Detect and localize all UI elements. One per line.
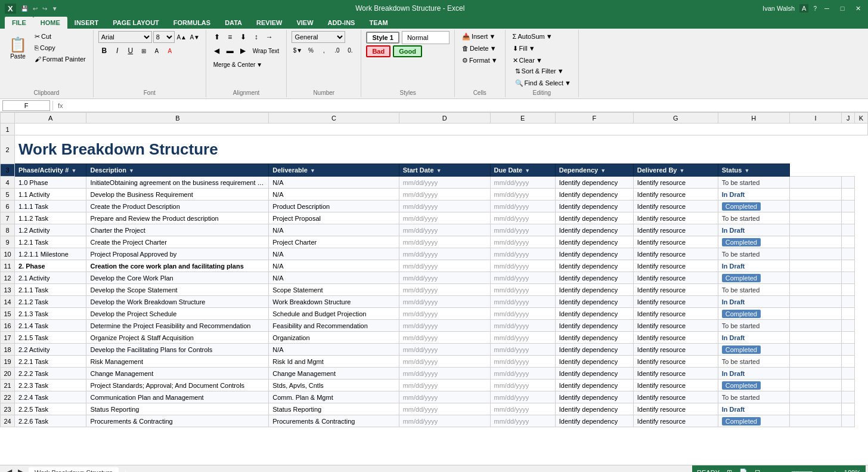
delivered-by-cell[interactable]: Identify resource bbox=[633, 391, 718, 403]
extra-cell-i[interactable] bbox=[789, 236, 841, 248]
phase-cell[interactable]: 2.1.1 Task bbox=[15, 284, 86, 296]
extra-cell-i[interactable] bbox=[789, 200, 841, 212]
deliverable-cell[interactable]: N/A bbox=[269, 248, 399, 260]
phase-cell[interactable]: 2.2.2 Task bbox=[15, 368, 86, 380]
extra-cell-i[interactable] bbox=[789, 356, 841, 368]
due-date-cell[interactable]: mm/dd/yyyy bbox=[490, 415, 555, 427]
due-date-cell[interactable]: mm/dd/yyyy bbox=[490, 189, 555, 200]
extra-cell-j[interactable] bbox=[842, 391, 855, 403]
start-date-cell[interactable]: mm/dd/yyyy bbox=[399, 403, 490, 415]
extra-cell-i[interactable] bbox=[789, 177, 841, 189]
bold-button[interactable]: B bbox=[98, 45, 110, 57]
start-date-cell[interactable]: mm/dd/yyyy bbox=[399, 380, 490, 391]
font-color-btn[interactable]: A bbox=[164, 45, 176, 57]
deliverable-cell[interactable]: Risk Id and Mgmt bbox=[269, 356, 399, 368]
status-cell[interactable]: Completed bbox=[718, 380, 789, 391]
extra-cell-i[interactable] bbox=[789, 415, 841, 427]
start-date-cell[interactable]: mm/dd/yyyy bbox=[399, 296, 490, 308]
extra-cell-i[interactable] bbox=[789, 248, 841, 260]
extra-cell-i[interactable] bbox=[789, 272, 841, 284]
desc-cell[interactable]: Determine the Project Feasibility and Re… bbox=[86, 320, 269, 332]
deliverable-cell[interactable]: Organization bbox=[269, 332, 399, 344]
status-cell[interactable]: In Draft bbox=[718, 224, 789, 236]
status-cell[interactable]: Completed bbox=[718, 200, 789, 212]
dependency-cell[interactable]: Identify dependency bbox=[555, 248, 633, 260]
extra-cell-i[interactable] bbox=[789, 224, 841, 236]
spreadsheet-container[interactable]: A B C D E F G H I J K 12Work Breakdown S… bbox=[0, 112, 868, 465]
clear-btn[interactable]: ✕ Clear▼ bbox=[510, 55, 555, 66]
format-painter-button[interactable]: 🖌 Format Painter bbox=[32, 54, 88, 64]
start-date-cell[interactable]: mm/dd/yyyy bbox=[399, 332, 490, 344]
desc-cell[interactable]: Charter the Project bbox=[86, 224, 269, 236]
desc-cell[interactable]: Communication Plan and Management bbox=[86, 391, 269, 403]
desc-cell[interactable]: Procurements & Contracting bbox=[86, 415, 269, 427]
dependency-cell[interactable]: Identify dependency bbox=[555, 380, 633, 391]
scroll-sheets-left[interactable]: ◀ bbox=[2, 467, 14, 472]
extra-cell-i[interactable] bbox=[789, 403, 841, 415]
due-date-cell[interactable]: mm/dd/yyyy bbox=[490, 308, 555, 320]
phase-cell[interactable]: 2.2.4 Task bbox=[15, 391, 86, 403]
status-cell[interactable]: Completed bbox=[718, 344, 789, 356]
align-top-btn[interactable]: ⬆ bbox=[211, 31, 223, 43]
dependency-cell[interactable]: Identify dependency bbox=[555, 320, 633, 332]
deliverable-cell[interactable]: Schedule and Budget Projection bbox=[269, 308, 399, 320]
extra-cell-j[interactable] bbox=[842, 332, 855, 344]
delivered-by-cell[interactable]: Identify resource bbox=[633, 248, 718, 260]
tab-addins[interactable]: ADD-INS bbox=[321, 17, 362, 29]
zoom-slider[interactable]: ━━━━━ bbox=[778, 468, 826, 472]
dependency-cell[interactable]: Identify dependency bbox=[555, 224, 633, 236]
dependency-cell[interactable]: Identify dependency bbox=[555, 332, 633, 344]
deliverable-cell[interactable]: Change Management bbox=[269, 368, 399, 380]
deliverable-cell[interactable]: N/A bbox=[269, 224, 399, 236]
delivered-by-cell[interactable]: Identify resource bbox=[633, 272, 718, 284]
due-date-cell[interactable]: mm/dd/yyyy bbox=[490, 212, 555, 224]
phase-cell[interactable]: 2.2.5 Task bbox=[15, 403, 86, 415]
due-date-cell[interactable]: mm/dd/yyyy bbox=[490, 224, 555, 236]
status-cell[interactable]: Completed bbox=[718, 272, 789, 284]
formula-input[interactable] bbox=[68, 101, 866, 110]
col-J[interactable]: J bbox=[842, 113, 855, 124]
filter-arrow-3[interactable]: ▼ bbox=[436, 168, 442, 174]
dependency-cell[interactable]: Identify dependency bbox=[555, 368, 633, 380]
desc-cell[interactable]: Prepare and Review the Product descripti… bbox=[86, 212, 269, 224]
wrap-text-btn[interactable]: Wrap Text bbox=[250, 45, 282, 57]
text-direction-btn[interactable]: ↕ bbox=[250, 31, 262, 43]
col-E[interactable]: E bbox=[490, 113, 555, 124]
extra-cell-i[interactable] bbox=[789, 368, 841, 380]
zoom-plus[interactable]: + bbox=[833, 469, 836, 473]
phase-cell[interactable]: 1.1 Activity bbox=[15, 189, 86, 200]
fill-btn[interactable]: ⬇ Fill▼ bbox=[510, 43, 555, 54]
start-date-cell[interactable]: mm/dd/yyyy bbox=[399, 308, 490, 320]
start-date-cell[interactable]: mm/dd/yyyy bbox=[399, 189, 490, 200]
font-decrease-btn[interactable]: A▼ bbox=[189, 31, 201, 43]
underline-button[interactable]: U bbox=[125, 45, 137, 57]
status-cell[interactable]: In Draft bbox=[718, 403, 789, 415]
status-cell[interactable]: To be started bbox=[718, 356, 789, 368]
start-date-cell[interactable]: mm/dd/yyyy bbox=[399, 248, 490, 260]
qa-save[interactable]: 💾 bbox=[21, 5, 28, 12]
deliverable-cell[interactable]: Project Charter bbox=[269, 236, 399, 248]
row-1-cell[interactable] bbox=[15, 124, 868, 135]
dependency-cell[interactable]: Identify dependency bbox=[555, 391, 633, 403]
start-date-cell[interactable]: mm/dd/yyyy bbox=[399, 356, 490, 368]
delivered-by-cell[interactable]: Identify resource bbox=[633, 212, 718, 224]
due-date-cell[interactable]: mm/dd/yyyy bbox=[490, 356, 555, 368]
dependency-cell[interactable]: Identify dependency bbox=[555, 403, 633, 415]
minimize-btn[interactable]: ─ bbox=[822, 3, 832, 14]
due-date-cell[interactable]: mm/dd/yyyy bbox=[490, 403, 555, 415]
col-H[interactable]: H bbox=[718, 113, 789, 124]
extra-cell-j[interactable] bbox=[842, 320, 855, 332]
deliverable-cell[interactable]: Procurements & Contracting bbox=[269, 415, 399, 427]
wbs-title-cell[interactable]: Work Breakdown Structure bbox=[15, 135, 868, 164]
extra-cell-j[interactable] bbox=[842, 248, 855, 260]
scroll-sheets-right[interactable]: ▶ bbox=[16, 467, 27, 472]
desc-cell[interactable]: Organize Project & Staff Acquisition bbox=[86, 332, 269, 344]
due-date-cell[interactable]: mm/dd/yyyy bbox=[490, 272, 555, 284]
dependency-cell[interactable]: Identify dependency bbox=[555, 284, 633, 296]
sort-filter-btn[interactable]: ⇅ Sort & Filter▼ bbox=[513, 66, 574, 76]
extra-cell-i[interactable] bbox=[789, 320, 841, 332]
tab-file[interactable]: FILE bbox=[5, 17, 33, 29]
extra-cell-j[interactable] bbox=[842, 296, 855, 308]
status-cell[interactable]: To be started bbox=[718, 284, 789, 296]
phase-cell[interactable]: 2.1.4 Task bbox=[15, 320, 86, 332]
